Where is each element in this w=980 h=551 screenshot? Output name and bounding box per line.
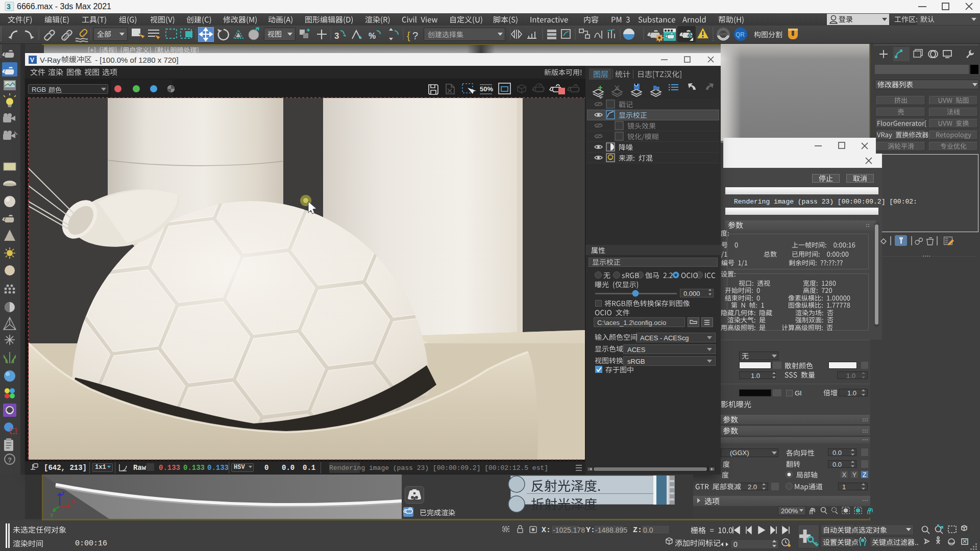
svg-text:z: z (62, 490, 65, 496)
svg-text:y: y (51, 511, 54, 517)
svg-text:x: x (72, 498, 75, 504)
